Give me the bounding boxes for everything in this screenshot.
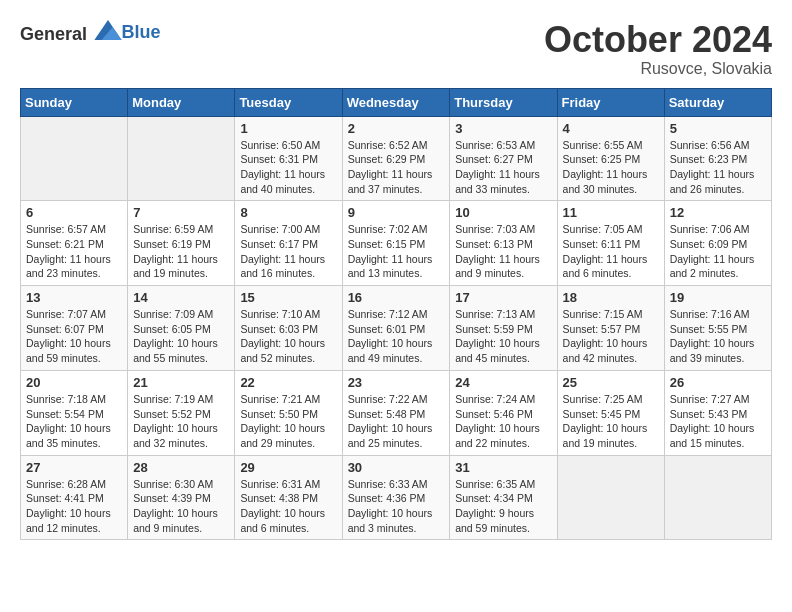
calendar-cell: 5Sunrise: 6:56 AM Sunset: 6:23 PM Daylig… [664,116,771,201]
calendar-cell: 21Sunrise: 7:19 AM Sunset: 5:52 PM Dayli… [128,370,235,455]
day-number: 17 [455,290,551,305]
day-info: Sunrise: 7:02 AM Sunset: 6:15 PM Dayligh… [348,222,445,281]
calendar-week-row: 13Sunrise: 7:07 AM Sunset: 6:07 PM Dayli… [21,286,772,371]
day-info: Sunrise: 7:16 AM Sunset: 5:55 PM Dayligh… [670,307,766,366]
day-info: Sunrise: 7:18 AM Sunset: 5:54 PM Dayligh… [26,392,122,451]
logo-icon [94,20,122,40]
calendar-cell: 27Sunrise: 6:28 AM Sunset: 4:41 PM Dayli… [21,455,128,540]
weekday-header-monday: Monday [128,88,235,116]
calendar-cell: 31Sunrise: 6:35 AM Sunset: 4:34 PM Dayli… [450,455,557,540]
day-info: Sunrise: 7:27 AM Sunset: 5:43 PM Dayligh… [670,392,766,451]
day-info: Sunrise: 7:10 AM Sunset: 6:03 PM Dayligh… [240,307,336,366]
day-number: 26 [670,375,766,390]
day-number: 28 [133,460,229,475]
calendar-cell: 24Sunrise: 7:24 AM Sunset: 5:46 PM Dayli… [450,370,557,455]
calendar-cell [664,455,771,540]
weekday-header-wednesday: Wednesday [342,88,450,116]
day-number: 24 [455,375,551,390]
logo-general: General [20,24,87,44]
location-subtitle: Rusovce, Slovakia [544,60,772,78]
day-number: 23 [348,375,445,390]
calendar-cell [21,116,128,201]
weekday-header-saturday: Saturday [664,88,771,116]
calendar-week-row: 1Sunrise: 6:50 AM Sunset: 6:31 PM Daylig… [21,116,772,201]
day-number: 29 [240,460,336,475]
calendar-cell: 16Sunrise: 7:12 AM Sunset: 6:01 PM Dayli… [342,286,450,371]
calendar-cell: 17Sunrise: 7:13 AM Sunset: 5:59 PM Dayli… [450,286,557,371]
calendar-cell: 15Sunrise: 7:10 AM Sunset: 6:03 PM Dayli… [235,286,342,371]
day-number: 25 [563,375,659,390]
logo-blue: Blue [122,22,161,42]
day-number: 14 [133,290,229,305]
day-number: 7 [133,205,229,220]
day-number: 11 [563,205,659,220]
calendar-cell: 12Sunrise: 7:06 AM Sunset: 6:09 PM Dayli… [664,201,771,286]
day-info: Sunrise: 7:03 AM Sunset: 6:13 PM Dayligh… [455,222,551,281]
day-info: Sunrise: 7:12 AM Sunset: 6:01 PM Dayligh… [348,307,445,366]
calendar-cell: 19Sunrise: 7:16 AM Sunset: 5:55 PM Dayli… [664,286,771,371]
day-number: 21 [133,375,229,390]
calendar-cell: 6Sunrise: 6:57 AM Sunset: 6:21 PM Daylig… [21,201,128,286]
calendar-cell: 9Sunrise: 7:02 AM Sunset: 6:15 PM Daylig… [342,201,450,286]
calendar-table: SundayMondayTuesdayWednesdayThursdayFrid… [20,88,772,541]
calendar-cell: 23Sunrise: 7:22 AM Sunset: 5:48 PM Dayli… [342,370,450,455]
calendar-cell: 4Sunrise: 6:55 AM Sunset: 6:25 PM Daylig… [557,116,664,201]
calendar-cell: 1Sunrise: 6:50 AM Sunset: 6:31 PM Daylig… [235,116,342,201]
day-number: 20 [26,375,122,390]
day-number: 27 [26,460,122,475]
day-number: 12 [670,205,766,220]
day-info: Sunrise: 6:35 AM Sunset: 4:34 PM Dayligh… [455,477,551,536]
calendar-cell: 20Sunrise: 7:18 AM Sunset: 5:54 PM Dayli… [21,370,128,455]
day-number: 4 [563,121,659,136]
weekday-header-sunday: Sunday [21,88,128,116]
day-number: 10 [455,205,551,220]
calendar-cell: 3Sunrise: 6:53 AM Sunset: 6:27 PM Daylig… [450,116,557,201]
weekday-header-tuesday: Tuesday [235,88,342,116]
day-info: Sunrise: 7:09 AM Sunset: 6:05 PM Dayligh… [133,307,229,366]
day-number: 22 [240,375,336,390]
day-info: Sunrise: 7:19 AM Sunset: 5:52 PM Dayligh… [133,392,229,451]
day-info: Sunrise: 7:15 AM Sunset: 5:57 PM Dayligh… [563,307,659,366]
day-info: Sunrise: 7:21 AM Sunset: 5:50 PM Dayligh… [240,392,336,451]
day-number: 13 [26,290,122,305]
day-info: Sunrise: 7:22 AM Sunset: 5:48 PM Dayligh… [348,392,445,451]
calendar-cell [557,455,664,540]
day-info: Sunrise: 6:50 AM Sunset: 6:31 PM Dayligh… [240,138,336,197]
day-info: Sunrise: 7:06 AM Sunset: 6:09 PM Dayligh… [670,222,766,281]
calendar-cell: 25Sunrise: 7:25 AM Sunset: 5:45 PM Dayli… [557,370,664,455]
day-info: Sunrise: 7:25 AM Sunset: 5:45 PM Dayligh… [563,392,659,451]
logo: General Blue [20,20,161,45]
day-number: 31 [455,460,551,475]
month-title-area: October 2024 Rusovce, Slovakia [544,20,772,78]
calendar-header-row: SundayMondayTuesdayWednesdayThursdayFrid… [21,88,772,116]
calendar-cell: 11Sunrise: 7:05 AM Sunset: 6:11 PM Dayli… [557,201,664,286]
day-info: Sunrise: 7:05 AM Sunset: 6:11 PM Dayligh… [563,222,659,281]
calendar-cell: 28Sunrise: 6:30 AM Sunset: 4:39 PM Dayli… [128,455,235,540]
day-info: Sunrise: 7:07 AM Sunset: 6:07 PM Dayligh… [26,307,122,366]
day-number: 5 [670,121,766,136]
day-number: 2 [348,121,445,136]
calendar-cell: 14Sunrise: 7:09 AM Sunset: 6:05 PM Dayli… [128,286,235,371]
day-info: Sunrise: 6:57 AM Sunset: 6:21 PM Dayligh… [26,222,122,281]
day-info: Sunrise: 6:59 AM Sunset: 6:19 PM Dayligh… [133,222,229,281]
day-info: Sunrise: 6:56 AM Sunset: 6:23 PM Dayligh… [670,138,766,197]
day-number: 15 [240,290,336,305]
calendar-cell: 13Sunrise: 7:07 AM Sunset: 6:07 PM Dayli… [21,286,128,371]
day-number: 9 [348,205,445,220]
day-info: Sunrise: 7:13 AM Sunset: 5:59 PM Dayligh… [455,307,551,366]
day-number: 30 [348,460,445,475]
weekday-header-friday: Friday [557,88,664,116]
day-info: Sunrise: 6:53 AM Sunset: 6:27 PM Dayligh… [455,138,551,197]
calendar-week-row: 6Sunrise: 6:57 AM Sunset: 6:21 PM Daylig… [21,201,772,286]
day-number: 8 [240,205,336,220]
day-number: 18 [563,290,659,305]
day-number: 16 [348,290,445,305]
calendar-cell: 30Sunrise: 6:33 AM Sunset: 4:36 PM Dayli… [342,455,450,540]
calendar-cell: 29Sunrise: 6:31 AM Sunset: 4:38 PM Dayli… [235,455,342,540]
calendar-week-row: 20Sunrise: 7:18 AM Sunset: 5:54 PM Dayli… [21,370,772,455]
calendar-cell: 18Sunrise: 7:15 AM Sunset: 5:57 PM Dayli… [557,286,664,371]
calendar-cell [128,116,235,201]
calendar-cell: 22Sunrise: 7:21 AM Sunset: 5:50 PM Dayli… [235,370,342,455]
day-info: Sunrise: 6:28 AM Sunset: 4:41 PM Dayligh… [26,477,122,536]
day-number: 3 [455,121,551,136]
